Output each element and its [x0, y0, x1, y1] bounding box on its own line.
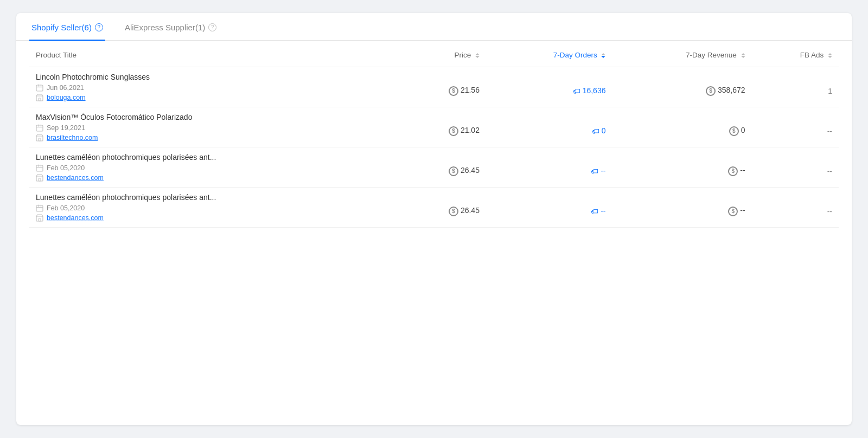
table-row: Lunettes caméléon photochromiques polari…	[29, 147, 839, 188]
product-date: Sep 19,2021	[36, 124, 395, 132]
tab-aliexpress[interactable]: AliExpress Supplier(1) ?	[123, 13, 219, 41]
dollar-icon: $	[449, 126, 458, 136]
tab-shopify-label: Shopify Seller(6)	[31, 23, 92, 32]
price-cell-3: $26.45	[401, 147, 486, 188]
svg-rect-12	[36, 165, 43, 171]
dollar-icon: $	[728, 166, 738, 176]
dollar-icon: $	[449, 166, 458, 176]
orders-cell-3: 🏷--	[486, 147, 612, 188]
calendar-icon	[36, 204, 43, 212]
tag-icon: 🏷	[573, 87, 580, 95]
tag-icon: 🏷	[592, 127, 599, 136]
price-cell-2: $21.02	[401, 107, 486, 147]
table-header-row: Product Title Price 7-Day Orders	[29, 41, 839, 67]
product-domain[interactable]: bolouga.com	[36, 94, 395, 101]
store-icon	[36, 134, 43, 141]
calendar-icon	[36, 84, 43, 92]
dollar-icon: $	[706, 86, 716, 96]
orders-cell-4: 🏷--	[486, 188, 612, 228]
revenue-cell-4: $--	[612, 188, 751, 228]
price-sort-icon	[475, 53, 480, 58]
revenue-sort-icon	[741, 53, 745, 58]
fb-ads-cell-4: --	[752, 188, 839, 228]
orders-cell-2: 🏷0	[486, 107, 612, 147]
product-name: MaxVision™ Óculos Fotocromático Polariza…	[36, 113, 395, 121]
product-date: Jun 06,2021	[36, 84, 395, 92]
tab-aliexpress-label: AliExpress Supplier(1)	[125, 23, 205, 32]
col-header-price[interactable]: Price	[401, 41, 486, 67]
price-cell-1: $21.56	[401, 67, 486, 107]
product-name: Lincoln Photochromic Sunglasses	[36, 73, 395, 81]
fb-ads-cell-1: 1	[752, 67, 839, 107]
product-date: Feb 05,2020	[36, 164, 395, 172]
col-header-product-title: Product Title	[29, 41, 401, 67]
main-card: Shopify Seller(6) ? AliExpress Supplier(…	[16, 13, 852, 425]
product-domain[interactable]: brasiltechno.com	[36, 134, 395, 141]
price-cell-4: $26.45	[401, 188, 486, 228]
orders-sort-icon	[601, 53, 605, 58]
product-cell-1: Lincoln Photochromic Sunglasses Jun 06,2…	[29, 67, 401, 107]
store-icon	[36, 214, 43, 222]
fb-sort-icon	[828, 53, 832, 58]
revenue-cell-2: $0	[612, 107, 751, 147]
table-row: Lincoln Photochromic Sunglasses Jun 06,2…	[29, 67, 839, 107]
dollar-icon: $	[449, 86, 458, 96]
dollar-icon: $	[728, 207, 738, 216]
product-name: Lunettes caméléon photochromiques polari…	[36, 153, 395, 162]
revenue-cell-1: $358,672	[612, 67, 751, 107]
orders-cell-1: 🏷16,636	[486, 67, 612, 107]
svg-rect-23	[39, 218, 41, 221]
revenue-cell-3: $--	[612, 147, 751, 188]
store-icon	[36, 94, 43, 101]
calendar-icon	[36, 124, 43, 132]
product-cell-3: Lunettes caméléon photochromiques polari…	[29, 147, 401, 188]
fb-ads-cell-3: --	[752, 147, 839, 188]
tabs-container: Shopify Seller(6) ? AliExpress Supplier(…	[16, 13, 852, 41]
product-cell-4: Lunettes caméléon photochromiques polari…	[29, 188, 401, 228]
fb-ads-cell-2: --	[752, 107, 839, 147]
svg-rect-5	[39, 98, 41, 101]
aliexpress-help-icon[interactable]: ?	[208, 23, 216, 31]
table-container: Product Title Price 7-Day Orders	[16, 41, 852, 228]
col-header-orders[interactable]: 7-Day Orders	[486, 41, 612, 67]
tag-icon: 🏷	[591, 167, 598, 176]
svg-rect-17	[39, 178, 41, 181]
svg-rect-18	[36, 205, 43, 211]
svg-rect-0	[36, 85, 43, 91]
tab-shopify[interactable]: Shopify Seller(6) ?	[29, 13, 105, 41]
tag-icon: 🏷	[591, 207, 598, 216]
product-name: Lunettes caméléon photochromiques polari…	[36, 193, 395, 202]
shopify-help-icon[interactable]: ?	[95, 23, 103, 31]
svg-rect-11	[39, 138, 41, 141]
calendar-icon	[36, 164, 43, 172]
product-domain[interactable]: bestendances.com	[36, 174, 395, 182]
product-cell-2: MaxVision™ Óculos Fotocromático Polariza…	[29, 107, 401, 147]
dollar-icon: $	[449, 207, 458, 216]
col-header-fb-ads[interactable]: FB Ads	[752, 41, 839, 67]
store-icon	[36, 174, 43, 182]
product-date: Feb 05,2020	[36, 204, 395, 212]
table-row: Lunettes caméléon photochromiques polari…	[29, 188, 839, 228]
table-row: MaxVision™ Óculos Fotocromático Polariza…	[29, 107, 839, 147]
product-domain[interactable]: bestendances.com	[36, 214, 395, 222]
product-table: Product Title Price 7-Day Orders	[29, 41, 839, 228]
dollar-icon: $	[729, 126, 739, 136]
col-header-revenue[interactable]: 7-Day Revenue	[612, 41, 751, 67]
svg-rect-6	[36, 125, 43, 131]
